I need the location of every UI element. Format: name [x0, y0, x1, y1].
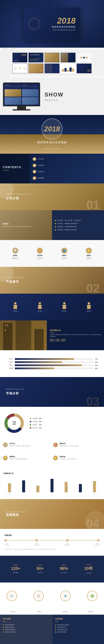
badge-num-4: 10年	[84, 566, 93, 571]
timeline-year-4: 2018	[95, 543, 100, 544]
info-row-1: 专业团队，精心打造每一个项目细节	[55, 220, 101, 222]
col-dot-2	[3, 627, 4, 628]
bar-5	[65, 482, 68, 492]
grid-desc-3: 持续创新，不断突破自我发展瓶颈	[9, 458, 51, 460]
person-body-4	[87, 302, 91, 310]
stat-label-2: 行业排名	[37, 258, 43, 260]
thumb-stats[interactable]	[77, 53, 92, 62]
bar-group-3: Q3	[31, 486, 44, 494]
grid-item-4: 🌟 品牌价值 打造卓越品牌，提升市场竞争力	[53, 456, 101, 466]
stat-value-1: 98%	[13, 254, 17, 257]
col-item-text-3: 完善的售后服务体系	[5, 629, 15, 630]
dark-info-title: 公司简介	[2, 223, 50, 225]
process-circle-1: 🔍	[6, 591, 17, 601]
info-dot-2	[55, 223, 56, 224]
thumb-stats-inner	[81, 57, 88, 58]
circ-label-3: 品牌推广 22%	[30, 424, 101, 426]
grid-text-3: 创新理念 持续创新，不断突破自我发展瓶颈	[9, 456, 51, 460]
timeline-labels: 2015 公司成立 2016 快速发展 2017 规模扩张 2018 行业领先	[4, 543, 100, 546]
timeline-event-3: 规模扩张	[65, 544, 69, 546]
person-icon-3: 销售团队	[62, 302, 67, 312]
bar-group-6: Q6	[74, 484, 87, 494]
grad-track-4	[15, 368, 94, 369]
info-text-3: 完善服务，全程跟踪项目进度	[57, 226, 77, 228]
person-torso-2	[38, 305, 42, 309]
badge-line-1	[13, 565, 18, 565]
timeline-title: 发展历程	[4, 534, 100, 537]
thumb-cover[interactable]: 2018 精美商务	[12, 53, 27, 62]
bar-label-7: Q7	[94, 493, 95, 494]
circ-dot-2	[30, 421, 31, 422]
process-arrow-3: →	[78, 594, 80, 597]
timeline-label-1: 2015 公司成立	[4, 543, 9, 546]
slide-process: 🔍 → 📋 → ⚙️ → ✅	[0, 582, 104, 609]
circular-diagram: 市场 分析	[3, 412, 25, 434]
col-right-items: 全国多地设有分支机构 合作伙伴遍布全球 年营业额超过10亿元 持续保持高速增长	[55, 624, 101, 633]
slide-building: 项目背景介绍 我们专注于商业地产项目的开发与运营，积累了丰富的项目经验和专业知识…	[0, 320, 104, 350]
hero-circle-deco	[28, 18, 40, 30]
donut-svg: 市场 分析	[3, 412, 25, 434]
thumb-contents[interactable]: CONTENTS	[28, 53, 43, 62]
process-icon-3: ⚙️	[62, 592, 69, 600]
thumb-section03[interactable]: 03	[77, 64, 92, 73]
col-item-text-2: 先进技术研发能力	[5, 626, 14, 628]
strip-label-2: 模板布局	[11, 48, 16, 50]
circ-label-4: 其他业务 15%	[30, 427, 101, 429]
slide-dark-info: 公司简介 专注于商务项目的策划与执行，拥有丰富的行业经验和专业团队 专业团队，精…	[0, 210, 104, 240]
col-right-item-2: 合作伙伴遍布全球	[55, 626, 101, 628]
grid-desc-2: 明确的战略目标，稳步推进企业发展	[59, 445, 101, 447]
stat-icon-4: ⭐	[86, 248, 92, 254]
person-torso-3	[63, 305, 66, 309]
thumb-section01[interactable]: 01	[45, 53, 59, 62]
circ-label-1: 市场份额 35%	[30, 418, 101, 420]
timeline-dot-3	[66, 539, 69, 542]
imac-col-2-header: 添加标题	[22, 84, 39, 88]
badge-label-1: 项目案例	[13, 572, 18, 574]
circ-dot-3	[30, 424, 31, 426]
process-label-2: 方案设计	[37, 611, 41, 612]
imac-col-header: 添加标题	[4, 84, 21, 88]
thumb-two-col[interactable]	[45, 64, 59, 73]
person-body-1	[13, 302, 17, 310]
grid-item-2: 🎯 战略目标 明确的战略目标，稳步推进企业发展	[53, 442, 101, 454]
grid-icon-3: 💡	[3, 456, 8, 460]
thumb-info[interactable]	[61, 53, 76, 62]
circ-dot-1	[30, 418, 31, 419]
slides-row-2: → → 02	[3, 64, 101, 73]
badge-num-3: 98%	[60, 566, 68, 571]
grad-label-2: 指标二	[4, 361, 13, 363]
page-wrapper: 2018 精美商务项目宣传模板 适用于多种商务项目的宣传演示 模板设计 模板布局…	[0, 0, 104, 644]
contents-item-1: 01 公司介绍	[33, 157, 101, 161]
grad-fill-4	[15, 368, 54, 369]
stat-icon-3: 👥	[61, 248, 67, 254]
info-dot-1	[55, 220, 56, 221]
thumb-process[interactable]: → →	[12, 64, 27, 73]
smart-art-text: Smart art	[3, 76, 9, 78]
process-labels-row: 需求分析 方案设计 项目实施 验收交付	[0, 609, 104, 615]
col-left-divider	[3, 621, 6, 622]
bld-title: 项目背景介绍	[50, 329, 101, 332]
bar-label-5: Q5	[66, 493, 67, 494]
stat-value-4: 99%	[87, 254, 91, 257]
imac-base	[13, 109, 30, 110]
strip-labels-row: 模板设计 模板布局	[0, 48, 104, 50]
col-right-item-4: 持续保持高速增长	[55, 631, 101, 633]
section03-content: MARKET ANALYSIS 市场分析	[6, 388, 24, 395]
contents-title: CONTENTS	[3, 166, 27, 169]
person-torso-4	[87, 305, 91, 309]
person-body-2	[38, 302, 42, 310]
col-item-text-4: 丰富的行业经验积累	[5, 631, 15, 633]
svg-text:分析: 分析	[12, 423, 16, 425]
grid-icon-2: 🎯	[53, 442, 58, 447]
stat-icon-2: 🏆	[37, 248, 43, 254]
circ-text-1: 市场份额	[32, 418, 38, 420]
badge-line-4	[86, 564, 91, 565]
imac-img-2	[4, 97, 21, 105]
person-label-2: 技术团队	[37, 310, 42, 312]
cover-divider	[43, 146, 61, 146]
thumb-chart[interactable]	[61, 64, 76, 73]
thumb-section02[interactable]: 02	[28, 64, 43, 73]
bld-text: 我们专注于商业地产项目的开发与运营，积累了丰富的项目经验和专业知识，致力于为客户…	[50, 334, 101, 338]
imac-img-4	[22, 97, 39, 105]
bar-3	[36, 486, 39, 492]
